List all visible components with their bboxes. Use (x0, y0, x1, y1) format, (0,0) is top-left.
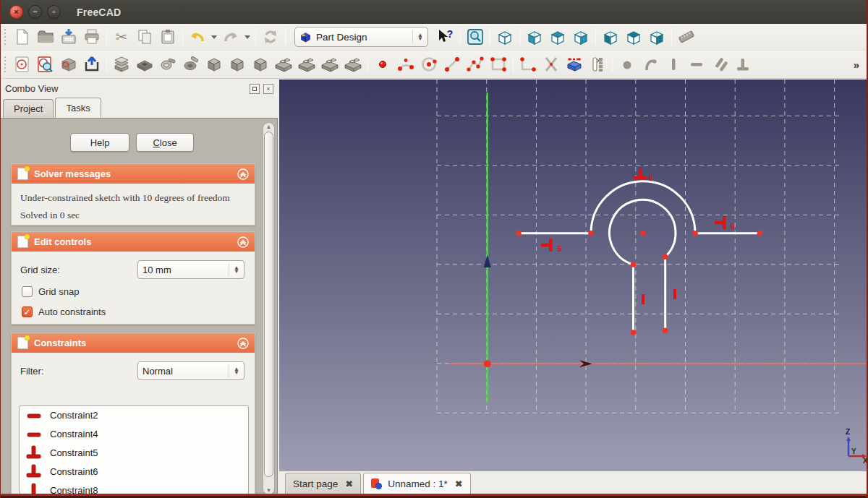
constrain-vertical-button[interactable] (662, 53, 685, 75)
3d-viewport[interactable]: 656ZYX (279, 80, 868, 471)
scrollbar-thumb[interactable] (264, 132, 273, 477)
toolbar-drag-handle[interactable] (3, 56, 9, 72)
sketch-vertex[interactable] (516, 231, 522, 236)
edit-controls-header[interactable]: Edit controls (12, 232, 255, 252)
undo-dropdown-arrow[interactable] (209, 26, 219, 48)
additive-primitive-button[interactable] (203, 53, 226, 75)
collapse-icon[interactable] (237, 236, 249, 248)
create-circle-button[interactable] (417, 53, 441, 75)
create-polyline-button[interactable] (464, 53, 487, 75)
rear-view-button[interactable] (599, 26, 622, 48)
fillet-feature-button[interactable] (249, 53, 272, 75)
sketch-vertex[interactable] (631, 262, 637, 267)
tab-project[interactable]: Project (3, 99, 54, 118)
sketch-vertex[interactable] (692, 231, 698, 236)
fit-all-button[interactable] (464, 26, 487, 48)
create-arc-button[interactable] (394, 53, 417, 75)
redo-dropdown-arrow[interactable] (242, 26, 252, 48)
create-fillet-button[interactable] (516, 53, 540, 75)
save-button[interactable] (57, 26, 80, 48)
new-document-button[interactable] (11, 26, 34, 48)
edit-sketch-button[interactable] (34, 53, 57, 75)
print-button[interactable] (80, 26, 103, 48)
grid-snap-checkbox-row[interactable]: Grid snap (22, 286, 79, 297)
copy-button[interactable] (133, 26, 156, 48)
front-view-button[interactable] (523, 26, 546, 48)
constrain-tangent-button[interactable] (639, 53, 662, 75)
map-sketch-button[interactable] (57, 53, 80, 75)
tab-tasks[interactable]: Tasks (55, 98, 101, 118)
mdi-tab-unnamed-1[interactable]: Unnamed : 1*✖ (363, 473, 470, 494)
top-view-button[interactable] (546, 26, 569, 48)
cut-button[interactable]: ✂ (110, 26, 133, 48)
create-line-button[interactable] (441, 53, 464, 75)
refresh-button[interactable] (259, 26, 282, 48)
create-sketch-button[interactable] (11, 53, 34, 75)
undo-button[interactable] (186, 26, 209, 48)
measure-distance-button[interactable] (675, 26, 698, 48)
polar-pattern-button[interactable] (318, 53, 341, 75)
close-button[interactable]: Close (136, 133, 194, 152)
constrain-coincident-button[interactable] (616, 53, 639, 75)
sketch-vertex[interactable] (588, 231, 594, 236)
pad-button[interactable] (110, 53, 133, 75)
panel-float-button[interactable] (250, 84, 260, 94)
constraint-item[interactable]: Constraint2 (20, 406, 248, 425)
revolution-button[interactable] (156, 53, 179, 75)
groove-button[interactable] (179, 53, 203, 75)
tab-close-icon[interactable]: ✖ (345, 478, 353, 489)
toolbar-drag-handle[interactable] (3, 29, 9, 45)
viewport-background[interactable] (279, 80, 868, 471)
sketch-vertex[interactable] (663, 254, 668, 260)
linear-pattern-button[interactable] (295, 53, 318, 75)
leave-sketch-button[interactable] (80, 53, 103, 75)
help-button[interactable]: Help (70, 133, 129, 152)
workbench-selector[interactable]: Part Design▲▼ (294, 27, 428, 47)
window-minimize-button[interactable]: − (28, 5, 42, 19)
sketch-vertex[interactable] (640, 231, 646, 236)
collapse-icon[interactable] (237, 338, 249, 349)
external-geometry-button[interactable] (563, 53, 586, 75)
constraint-item[interactable]: Constraint4 (20, 425, 248, 444)
vertical-constraint-marker[interactable] (642, 294, 644, 304)
mirrored-feature-button[interactable] (272, 53, 295, 75)
trim-edge-button[interactable] (540, 53, 563, 75)
auto-constraints-checkbox[interactable]: ✓ (22, 306, 33, 317)
grid-size-combobox[interactable]: 10 mm ▲▼ (137, 260, 244, 279)
mdi-tab-start-page[interactable]: Start page✖ (285, 473, 361, 494)
toolbar-overflow-button[interactable]: » (854, 59, 859, 71)
open-document-button[interactable] (34, 26, 57, 48)
filter-combobox[interactable]: Normal ▲▼ (137, 361, 244, 380)
sketch-vertex[interactable] (663, 328, 668, 334)
auto-constraints-checkbox-row[interactable]: ✓ Auto constraints (22, 306, 106, 317)
constrain-horizontal-button[interactable] (685, 53, 708, 75)
axonometric-view-button[interactable] (493, 26, 516, 48)
constrain-perpendicular-button[interactable] (731, 53, 754, 75)
vertical-constraint-marker[interactable] (673, 289, 676, 299)
constrain-parallel-button[interactable] (708, 53, 731, 75)
bottom-view-button[interactable] (622, 26, 645, 48)
sketch-vertex[interactable] (631, 330, 637, 335)
origin-point[interactable] (484, 360, 491, 367)
constraints-header[interactable]: Constraints (12, 333, 255, 353)
toggle-construction-button[interactable] (586, 53, 609, 75)
subtractive-primitive-button[interactable] (226, 53, 249, 75)
window-maximize-button[interactable]: ▫ (47, 5, 61, 19)
collapse-icon[interactable] (237, 168, 249, 180)
solver-messages-header[interactable]: Solver messages (12, 164, 255, 184)
scroll-down-icon[interactable]: ▼ (265, 487, 272, 494)
window-close-button[interactable]: × (9, 5, 23, 19)
create-rectangle-button[interactable] (487, 53, 510, 75)
sketch-vertex[interactable] (757, 231, 763, 236)
panel-close-button[interactable]: × (263, 84, 273, 94)
grid-snap-checkbox[interactable] (22, 286, 33, 297)
tab-close-icon[interactable]: ✖ (455, 478, 463, 489)
scroll-up-icon[interactable]: ▲ (265, 124, 272, 130)
panel-scrollbar[interactable]: ▲ ▼ (263, 122, 275, 495)
spinner-arrows-icon[interactable]: ▲▼ (229, 364, 239, 377)
pocket-button[interactable] (133, 53, 156, 75)
paste-button[interactable] (156, 26, 179, 48)
spinner-arrows-icon[interactable]: ▲▼ (229, 263, 239, 276)
multitransform-button[interactable] (341, 53, 365, 75)
constraint-item[interactable]: Constraint5 (20, 444, 248, 463)
